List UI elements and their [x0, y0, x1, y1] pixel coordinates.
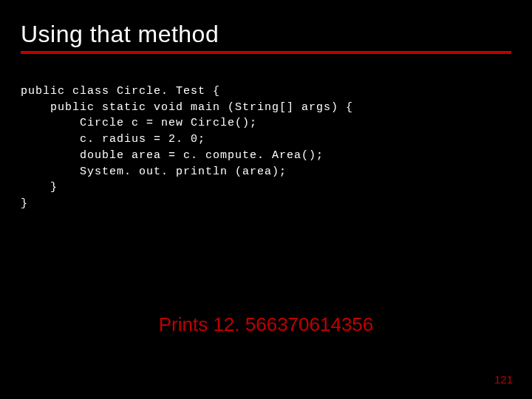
code-block: public class Circle. Test { public stati…	[21, 67, 511, 228]
page-number: 121	[494, 373, 513, 386]
code-line: }	[21, 181, 58, 194]
code-line: System. out. println (area);	[21, 166, 287, 178]
code-line: double area = c. compute. Area();	[21, 149, 324, 162]
output-text: Prints 12. 566370614356	[0, 313, 532, 336]
title-underline	[21, 51, 511, 54]
code-line: c. radius = 2. 0;	[21, 133, 205, 146]
code-line: public class Circle. Test {	[21, 85, 220, 98]
slide: Using that method public class Circle. T…	[0, 0, 532, 399]
code-line: public static void main (String[] args) …	[21, 101, 353, 114]
slide-title: Using that method	[21, 21, 511, 48]
code-line: Circle c = new Circle();	[21, 117, 257, 129]
code-line: }	[21, 197, 28, 210]
